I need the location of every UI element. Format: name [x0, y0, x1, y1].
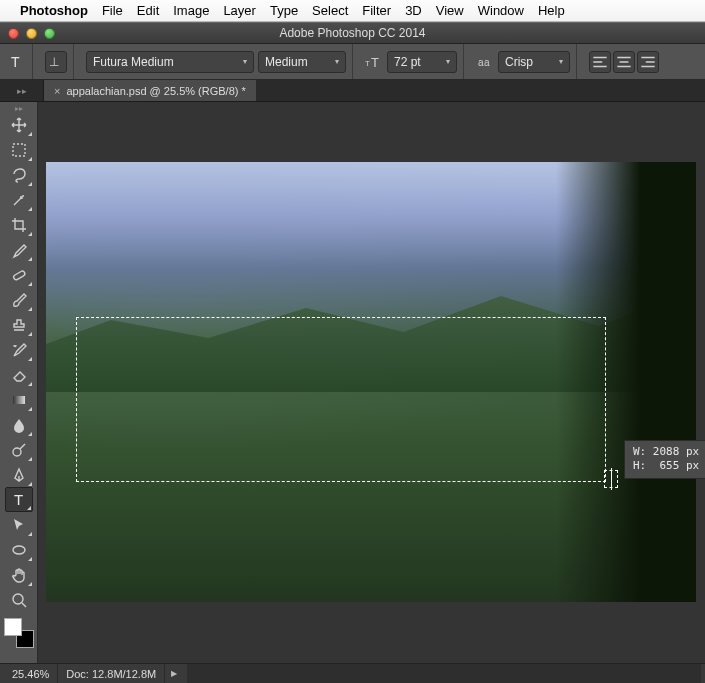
menu-view[interactable]: View [436, 3, 464, 18]
healing-brush-tool[interactable] [5, 262, 33, 287]
menu-image[interactable]: Image [173, 3, 209, 18]
menu-3d[interactable]: 3D [405, 3, 422, 18]
dimensions-tooltip: W: 2088 px H: 655 px [624, 440, 705, 479]
zoom-tool[interactable] [5, 587, 33, 612]
font-family-value: Futura Medium [93, 55, 174, 69]
marquee-tool[interactable] [5, 137, 33, 162]
status-filler [187, 664, 701, 683]
menu-edit[interactable]: Edit [137, 3, 159, 18]
toolbox-grip[interactable]: ▸▸ [0, 104, 37, 112]
pen-tool[interactable] [5, 462, 33, 487]
zoom-level[interactable]: 25.46% [4, 664, 58, 683]
text-insertion-cursor [604, 470, 618, 488]
brush-tool[interactable] [5, 287, 33, 312]
svg-text:⊥: ⊥ [49, 55, 59, 69]
menu-select[interactable]: Select [312, 3, 348, 18]
eyedropper-tool[interactable] [5, 237, 33, 262]
antialias-icon: aa [476, 53, 494, 71]
blur-tool[interactable] [5, 412, 33, 437]
doc-info[interactable]: Doc: 12.8M/12.8M [58, 664, 165, 683]
svg-text:a: a [484, 57, 490, 68]
shape-tool[interactable] [5, 537, 33, 562]
chevron-down-icon: ▾ [243, 57, 247, 66]
crop-tool[interactable] [5, 212, 33, 237]
text-bounding-box[interactable] [76, 317, 606, 482]
window-close-button[interactable] [8, 28, 19, 39]
macos-menubar: Photoshop File Edit Image Layer Type Sel… [0, 0, 705, 22]
chevron-down-icon: ▾ [559, 57, 563, 66]
type-tool[interactable] [5, 487, 33, 512]
align-left-button[interactable] [589, 51, 611, 73]
history-brush-tool[interactable] [5, 337, 33, 362]
menu-window[interactable]: Window [478, 3, 524, 18]
document-tabbar: ▸▸ × appalachian.psd @ 25.5% (RGB/8) * [0, 80, 705, 102]
clone-stamp-tool[interactable] [5, 312, 33, 337]
gradient-tool[interactable] [5, 387, 33, 412]
font-style-dropdown[interactable]: Medium ▾ [258, 51, 346, 73]
dodge-tool[interactable] [5, 437, 33, 462]
document-canvas[interactable]: W: 2088 px H: 655 px [46, 162, 696, 602]
window-minimize-button[interactable] [26, 28, 37, 39]
font-family-dropdown[interactable]: Futura Medium ▾ [86, 51, 254, 73]
menu-file[interactable]: File [102, 3, 123, 18]
align-right-button[interactable] [637, 51, 659, 73]
antialias-dropdown[interactable]: Crisp ▾ [498, 51, 570, 73]
current-tool-icon: T [8, 53, 26, 71]
menu-type[interactable]: Type [270, 3, 298, 18]
color-swatches[interactable] [4, 618, 34, 648]
app-menu[interactable]: Photoshop [20, 3, 88, 18]
align-center-button[interactable] [613, 51, 635, 73]
font-size-icon: TT [365, 53, 383, 71]
window-title: Adobe Photoshop CC 2014 [0, 26, 705, 40]
svg-text:T: T [371, 55, 379, 70]
tab-label: appalachian.psd @ 25.5% (RGB/8) * [66, 85, 245, 97]
menu-filter[interactable]: Filter [362, 3, 391, 18]
quick-select-tool[interactable] [5, 187, 33, 212]
menu-help[interactable]: Help [538, 3, 565, 18]
font-size-value: 72 pt [394, 55, 421, 69]
foreground-color-swatch[interactable] [4, 618, 22, 636]
tab-close-icon[interactable]: × [54, 85, 60, 97]
toolbox: ▸▸ [0, 102, 38, 663]
chevron-down-icon: ▾ [446, 57, 450, 66]
antialias-value: Crisp [505, 55, 533, 69]
font-style-value: Medium [265, 55, 308, 69]
lasso-tool[interactable] [5, 162, 33, 187]
options-bar: T ⊥ Futura Medium ▾ Medium ▾ TT 72 pt ▾ … [0, 44, 705, 80]
move-tool[interactable] [5, 112, 33, 137]
svg-text:T: T [11, 54, 20, 70]
text-orientation-toggle[interactable]: ⊥ [45, 51, 67, 73]
hand-tool[interactable] [5, 562, 33, 587]
eraser-tool[interactable] [5, 362, 33, 387]
menu-layer[interactable]: Layer [223, 3, 256, 18]
window-titlebar: Adobe Photoshop CC 2014 [0, 22, 705, 44]
chevron-down-icon: ▾ [335, 57, 339, 66]
status-bar: 25.46% Doc: 12.8M/12.8M ▶ [0, 663, 705, 683]
tabbar-handle[interactable]: ▸▸ [0, 80, 44, 101]
path-select-tool[interactable] [5, 512, 33, 537]
status-menu-icon[interactable]: ▶ [165, 669, 183, 678]
svg-text:T: T [365, 59, 370, 68]
canvas-area[interactable]: W: 2088 px H: 655 px [38, 102, 705, 663]
document-tab[interactable]: × appalachian.psd @ 25.5% (RGB/8) * [44, 80, 257, 101]
window-zoom-button[interactable] [44, 28, 55, 39]
font-size-dropdown[interactable]: 72 pt ▾ [387, 51, 457, 73]
